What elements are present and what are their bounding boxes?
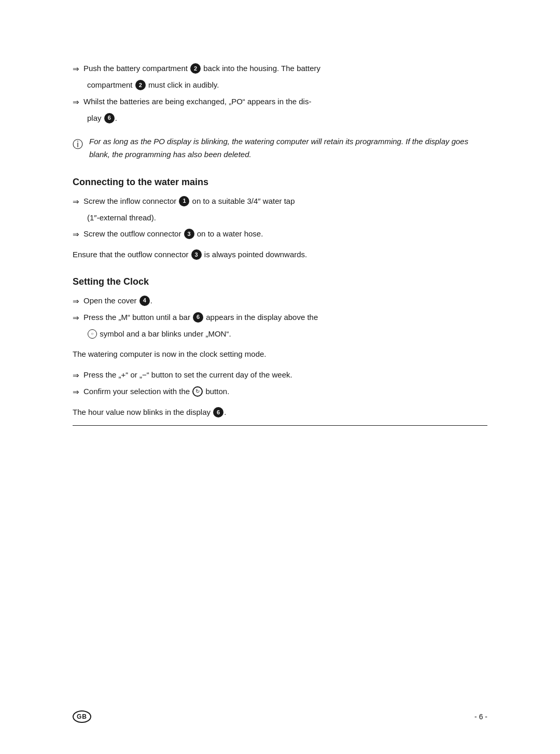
info-icon: ⓘ [73,136,83,152]
sun-circle-icon: ○ [88,329,97,339]
circle-num-1: 1 [179,196,189,206]
circle-num-2a: 2 [190,63,201,74]
page-number: - 6 - [474,713,487,721]
info-text: For as long as the PO display is blinkin… [89,135,487,161]
circle-num-6c: 6 [213,407,223,417]
connecting-bullet-text-2: Screw the outflow connector 3 on to a wa… [83,228,487,240]
clock-bullet-text-3: Press the „+“ or „−“ button to set the c… [83,369,487,381]
para-hour: The hour value now blinks in the display… [73,406,487,426]
clock-bullet-3: ⇒ Press the „+“ or „−“ button to set the… [73,369,487,381]
page: ⇒ Push the battery compartment 2 back in… [0,0,560,754]
para-ensure: Ensure that the outflow connector 3 is a… [73,248,487,260]
heading-clock: Setting the Clock [73,276,487,287]
clock-bullet-text-4: Confirm your selection with the ↻ button… [83,385,487,397]
bullet-item-1-indent: compartment 2 must click in audibly. [87,79,487,91]
bullet-item-2: ⇒ Whilst the batteries are being exchang… [73,95,487,108]
arrow-icon-5: ⇒ [73,295,79,307]
clock-bullet-text-1: Open the cover 4. [83,295,487,306]
clock-bullet-2-indent: ○ symbol and a bar blinks under „MON“. [87,328,487,340]
ok-button-icon: ↻ [192,386,203,397]
arrow-icon-2: ⇒ [73,96,79,108]
divider-line [73,425,487,426]
arrow-icon-6: ⇒ [73,312,79,324]
para-clock-mode: The watering computer is now in the cloc… [73,348,487,360]
connecting-bullet-1-indent: (1″-external thread). [87,212,487,224]
circle-num-6a: 6 [104,113,115,123]
circle-num-4: 4 [139,296,150,306]
arrow-icon-1: ⇒ [73,63,79,75]
circle-num-6b: 6 [193,312,203,323]
connecting-bullet-1: ⇒ Screw the inflow connector 1 on to a s… [73,195,487,207]
bullet-text-1: Push the battery compartment 2 back into… [83,62,487,74]
connecting-bullet-2: ⇒ Screw the outflow connector 3 on to a … [73,228,487,240]
arrow-icon-3: ⇒ [73,196,79,207]
circle-num-3: 3 [184,229,194,239]
bullet-text-2: Whilst the batteries are being exchanged… [83,95,487,107]
arrow-icon-8: ⇒ [73,386,79,398]
clock-bullet-2: ⇒ Press the „M“ button until a bar 6 app… [73,311,487,324]
clock-bullet-4: ⇒ Confirm your selection with the ↻ butt… [73,385,487,398]
arrow-icon-7: ⇒ [73,369,79,381]
info-box: ⓘ For as long as the PO display is blink… [73,135,487,161]
clock-bullet-1: ⇒ Open the cover 4. [73,295,487,307]
arrow-icon-4: ⇒ [73,228,79,240]
bullet-item-2-indent: play 6. [87,112,487,124]
heading-connecting: Connecting to the water mains [73,177,487,188]
connecting-bullet-text-1: Screw the inflow connector 1 on to a sui… [83,195,487,207]
gb-badge: GB [73,710,91,723]
clock-bullet-text-2: Press the „M“ button until a bar 6 appea… [83,311,487,323]
circle-num-2b: 2 [135,80,146,90]
circle-num-3b: 3 [191,249,202,260]
bullet-item-1: ⇒ Push the battery compartment 2 back in… [73,62,487,75]
footer: GB - 6 - [73,710,487,723]
